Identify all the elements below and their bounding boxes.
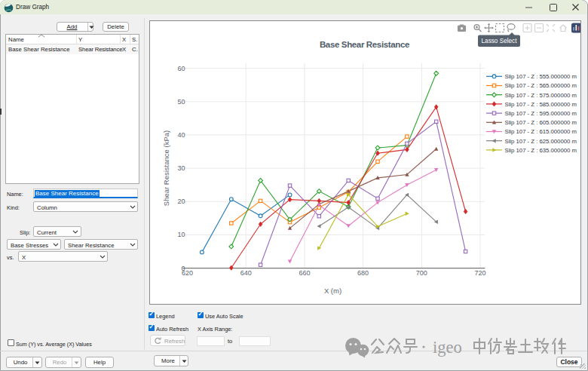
svg-text:Slip 107 - Z : 635.000000 m: Slip 107 - Z : 635.000000 m — [505, 147, 577, 154]
svg-text:30: 30 — [177, 164, 185, 172]
svg-text:Base Shear Resistance: Base Shear Resistance — [320, 40, 409, 49]
svg-text:Slip 107 - Z : 625.000000 m: Slip 107 - Z : 625.000000 m — [505, 138, 577, 145]
svg-text:Slip 107 - Z : 585.000000 m: Slip 107 - Z : 585.000000 m — [505, 101, 577, 108]
svg-text:680: 680 — [357, 269, 369, 277]
svg-text:60: 60 — [177, 65, 185, 72]
svg-text:Slip 107 - Z : 615.000000 m: Slip 107 - Z : 615.000000 m — [505, 128, 577, 135]
svg-text:40: 40 — [177, 131, 185, 139]
svg-text:Slip 107 - Z : 575.000000 m: Slip 107 - Z : 575.000000 m — [505, 92, 577, 99]
svg-text:20: 20 — [177, 198, 185, 205]
svg-text:700: 700 — [416, 269, 427, 277]
svg-text:Slip 107 - Z : 605.000000 m: Slip 107 - Z : 605.000000 m — [505, 119, 577, 126]
svg-text:0: 0 — [181, 265, 185, 272]
svg-text:Slip 107 - Z : 555.000000 m: Slip 107 - Z : 555.000000 m — [505, 73, 577, 80]
svg-text:640: 640 — [240, 269, 252, 277]
svg-text:igeo: igeo — [433, 338, 462, 357]
svg-text:Slip 107 - Z : 565.000000 m: Slip 107 - Z : 565.000000 m — [505, 82, 577, 89]
svg-text:X (m): X (m) — [324, 287, 341, 295]
svg-text:Slip 107 - Z : 595.000000 m: Slip 107 - Z : 595.000000 m — [505, 110, 577, 117]
svg-text:50: 50 — [177, 98, 185, 106]
svg-text:660: 660 — [299, 269, 310, 277]
svg-text:Lasso Select: Lasso Select — [482, 38, 518, 44]
svg-text:720: 720 — [474, 269, 485, 277]
svg-text:Shear Resistance (kPa): Shear Resistance (kPa) — [162, 130, 170, 206]
svg-text:10: 10 — [177, 231, 185, 238]
